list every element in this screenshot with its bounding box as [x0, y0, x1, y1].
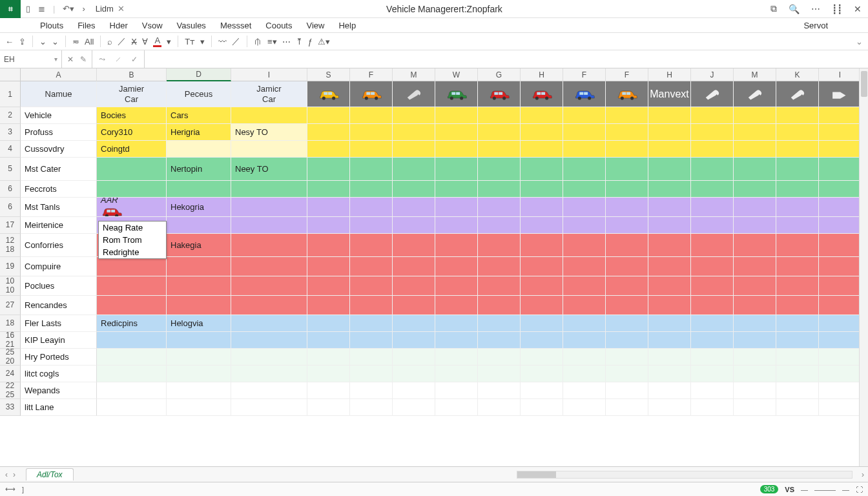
data-cell[interactable] [521, 141, 563, 158]
header-icon-cell[interactable] [819, 81, 862, 107]
filter-icon[interactable]: ⫛ [254, 37, 262, 46]
data-cell[interactable] [648, 217, 691, 234]
data-cell[interactable] [648, 366, 691, 382]
data-cell[interactable] [167, 217, 231, 234]
chev2-icon[interactable]: ▾ [200, 37, 205, 46]
data-cell[interactable] [393, 158, 435, 181]
data-cell[interactable] [350, 366, 393, 382]
data-cell[interactable] [776, 276, 819, 296]
data-cell[interactable] [97, 158, 167, 181]
status-badge[interactable]: 303 [760, 485, 779, 493]
data-cell[interactable] [819, 399, 862, 416]
sheet-nav-next-icon[interactable]: › [13, 470, 16, 479]
line-icon[interactable]: ／ [232, 36, 240, 47]
data-cell[interactable] [563, 366, 606, 382]
data-cell[interactable] [478, 257, 521, 276]
data-cell[interactable] [819, 276, 862, 296]
data-cell[interactable] [478, 217, 521, 234]
data-cell[interactable] [167, 257, 231, 276]
data-cell[interactable] [606, 315, 648, 332]
data-cell[interactable] [350, 296, 393, 315]
data-cell[interactable] [435, 296, 478, 315]
data-cell[interactable] [97, 296, 167, 315]
zoom-in-icon[interactable]: — [842, 486, 849, 493]
data-cell[interactable] [393, 296, 435, 315]
row-label-cell[interactable]: KIP Leayin [21, 332, 97, 349]
data-cell[interactable] [478, 382, 521, 399]
header-icon-cell[interactable] [691, 81, 734, 107]
data-cell[interactable] [691, 366, 734, 382]
data-cell[interactable] [97, 349, 167, 366]
row-header[interactable]: 19 [0, 257, 21, 276]
data-cell[interactable] [606, 198, 648, 217]
data-cell[interactable] [691, 332, 734, 349]
data-cell[interactable]: Herigria [167, 124, 231, 141]
sheet-tab[interactable]: Adl/Tox [26, 468, 74, 480]
data-cell[interactable] [478, 107, 521, 124]
data-cell[interactable] [307, 382, 350, 399]
data-cell[interactable]: Hekogria [167, 198, 231, 217]
col-header[interactable]: F [350, 68, 393, 81]
export-icon[interactable]: ⇪ [19, 37, 26, 46]
data-cell[interactable] [350, 158, 393, 181]
data-cell[interactable] [350, 124, 393, 141]
data-cell[interactable] [734, 332, 776, 349]
data-cell[interactable] [521, 198, 563, 217]
header-icon-cell[interactable] [393, 81, 435, 107]
undo-icon[interactable]: ↶▾ [63, 4, 74, 14]
data-cell[interactable] [478, 296, 521, 315]
format-icon[interactable]: Ɐ [142, 37, 148, 46]
data-cell[interactable] [563, 198, 606, 217]
cell-dropdown[interactable]: Neag Rate Rom Trom Redrighte [98, 221, 167, 259]
data-cell[interactable] [521, 399, 563, 416]
data-cell[interactable] [734, 234, 776, 257]
header-icon-cell[interactable]: Manvext [648, 81, 691, 107]
data-cell[interactable] [478, 276, 521, 296]
data-cell[interactable] [97, 399, 167, 416]
data-cell[interactable] [307, 349, 350, 366]
menu-help[interactable]: Help [338, 21, 356, 30]
data-cell[interactable] [435, 257, 478, 276]
data-cell[interactable] [350, 181, 393, 198]
data-cell[interactable] [307, 399, 350, 416]
data-cell[interactable] [393, 349, 435, 366]
data-cell[interactable] [819, 181, 862, 198]
data-cell[interactable] [521, 332, 563, 349]
data-cell[interactable] [606, 124, 648, 141]
data-cell[interactable] [691, 234, 734, 257]
data-cell[interactable] [776, 399, 819, 416]
col-header[interactable]: A [21, 68, 97, 81]
data-cell[interactable] [393, 315, 435, 332]
data-cell[interactable] [435, 276, 478, 296]
menu-coouts[interactable]: Coouts [265, 21, 292, 30]
data-cell[interactable] [734, 276, 776, 296]
data-cell[interactable] [307, 257, 350, 276]
data-cell[interactable] [97, 382, 167, 399]
data-cell[interactable] [350, 349, 393, 366]
data-cell[interactable] [648, 349, 691, 366]
data-cell[interactable] [393, 382, 435, 399]
data-cell[interactable] [393, 234, 435, 257]
data-cell[interactable] [97, 257, 167, 276]
chev1-icon[interactable]: ▾ [167, 37, 171, 46]
data-cell[interactable] [307, 366, 350, 382]
data-cell[interactable] [691, 315, 734, 332]
data-cell[interactable] [435, 349, 478, 366]
vertical-scrollbar-thumb[interactable] [861, 71, 867, 97]
data-cell[interactable] [819, 366, 862, 382]
data-cell[interactable] [691, 296, 734, 315]
row-label-cell[interactable]: Conforries [21, 234, 97, 257]
data-cell[interactable] [734, 257, 776, 276]
data-cell[interactable] [435, 217, 478, 234]
data-cell[interactable] [307, 332, 350, 349]
data-cell[interactable] [307, 276, 350, 296]
dropdown2-icon[interactable]: ⌄ [52, 37, 59, 46]
header-cell[interactable]: JamierCar [97, 81, 167, 107]
data-cell[interactable] [350, 234, 393, 257]
col-header[interactable]: H [521, 68, 563, 81]
data-cell[interactable] [606, 349, 648, 366]
data-cell[interactable] [350, 217, 393, 234]
row-header[interactable]: 5 [0, 158, 21, 181]
data-cell[interactable] [776, 124, 819, 141]
data-cell[interactable] [734, 107, 776, 124]
